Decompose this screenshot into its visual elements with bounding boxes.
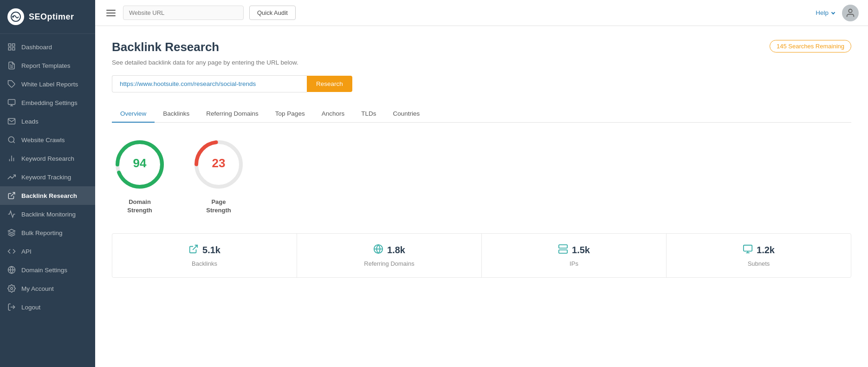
tab-overview[interactable]: Overview <box>112 105 155 123</box>
stat-referring-domains-number: 1.8k <box>387 245 405 256</box>
sidebar: SEOptimer Dashboard Report Templates Whi… <box>0 0 95 367</box>
svg-point-21 <box>11 288 13 290</box>
sidebar-item-report-templates[interactable]: Report Templates <box>0 56 95 75</box>
logo-icon <box>7 8 24 25</box>
code-icon <box>7 247 16 256</box>
tab-top-pages[interactable]: Top Pages <box>267 105 313 123</box>
sidebar-label-bulk-reporting: Bulk Reporting <box>21 229 63 236</box>
stat-backlinks-number: 5.1k <box>202 245 220 256</box>
sidebar-item-domain-settings[interactable]: Domain Settings <box>0 261 95 279</box>
sidebar-item-logout[interactable]: Logout <box>0 298 95 316</box>
hamburger-line-1 <box>106 10 116 11</box>
sidebar-label-logout: Logout <box>21 304 40 311</box>
sidebar-label-embedding-settings: Embedding Settings <box>21 99 78 106</box>
referring-domains-stat-icon <box>373 244 383 256</box>
sidebar-item-dashboard[interactable]: Dashboard <box>0 38 95 56</box>
stat-subnets-number: 1.2k <box>757 245 775 256</box>
sidebar-item-backlink-research[interactable]: Backlink Research <box>0 186 95 205</box>
charts-row: 94 Domain Strength 23 <box>112 137 851 215</box>
sidebar-label-report-templates: Report Templates <box>21 62 71 69</box>
backlinks-stat-icon <box>188 244 199 256</box>
svg-rect-2 <box>8 44 11 46</box>
sidebar-label-white-label-reports: White Label Reports <box>21 81 78 88</box>
external-link-icon <box>7 191 16 200</box>
sidebar-item-white-label-reports[interactable]: White Label Reports <box>0 75 95 93</box>
stats-row: 5.1k Backlinks 1.8k Referring Domains <box>112 233 851 278</box>
research-button[interactable]: Research <box>307 76 352 92</box>
hamburger-line-3 <box>106 15 116 16</box>
stat-backlinks: 5.1k Backlinks <box>112 234 297 277</box>
svg-marker-18 <box>8 229 15 233</box>
svg-rect-5 <box>13 48 15 50</box>
page-strength-label: Page Strength <box>206 198 231 215</box>
monitor-icon <box>7 98 16 107</box>
stat-subnets-value-row: 1.2k <box>743 244 775 256</box>
mail-icon <box>7 117 16 125</box>
trending-up-icon <box>7 173 16 181</box>
sidebar-label-my-account: My Account <box>21 285 54 292</box>
domain-strength-gauge: 94 Domain Strength <box>112 137 168 215</box>
domain-strength-label: Domain Strength <box>127 198 152 215</box>
sidebar-logo[interactable]: SEOptimer <box>0 0 95 34</box>
stat-ips: 1.5k IPs <box>482 234 667 277</box>
hamburger-button[interactable] <box>104 8 117 18</box>
svg-rect-33 <box>559 245 567 248</box>
sidebar-label-backlink-research: Backlink Research <box>21 192 77 199</box>
page-header: Backlink Research 145 Searches Remaining <box>112 40 851 54</box>
searches-remaining-badge[interactable]: 145 Searches Remaining <box>770 40 851 52</box>
sidebar-label-leads: Leads <box>21 118 39 125</box>
sidebar-item-embedding-settings[interactable]: Embedding Settings <box>0 93 95 112</box>
globe-icon <box>7 266 16 274</box>
sidebar-label-api: API <box>21 248 32 255</box>
tab-backlinks[interactable]: Backlinks <box>155 105 198 123</box>
sidebar-item-my-account[interactable]: My Account <box>0 279 95 298</box>
log-out-icon <box>7 303 16 311</box>
stat-backlinks-value-row: 5.1k <box>188 244 220 256</box>
domain-strength-svg: 94 <box>112 137 168 192</box>
research-url-input[interactable] <box>112 75 307 92</box>
quick-audit-button[interactable]: Quick Audit <box>249 6 296 20</box>
website-url-input[interactable] <box>123 6 244 20</box>
file-text-icon <box>7 61 16 70</box>
sidebar-label-backlink-monitoring: Backlink Monitoring <box>21 211 76 218</box>
stat-subnets-label: Subnets <box>748 260 770 267</box>
sidebar-item-keyword-tracking[interactable]: Keyword Tracking <box>0 168 95 186</box>
tab-tlds[interactable]: TLDs <box>353 105 384 123</box>
svg-point-23 <box>849 9 852 12</box>
stat-backlinks-label: Backlinks <box>192 260 217 267</box>
sidebar-label-website-crawls: Website Crawls <box>21 137 65 144</box>
sidebar-item-bulk-reporting[interactable]: Bulk Reporting <box>0 223 95 242</box>
svg-rect-4 <box>8 48 11 50</box>
user-icon <box>845 8 855 18</box>
sidebar-item-leads[interactable]: Leads <box>0 112 95 131</box>
tab-anchors[interactable]: Anchors <box>313 105 353 123</box>
search-icon <box>7 136 16 144</box>
tab-referring-domains[interactable]: Referring Domains <box>198 105 267 123</box>
tag-icon <box>7 80 16 88</box>
sidebar-item-api[interactable]: API <box>0 242 95 261</box>
stat-ips-value-row: 1.5k <box>558 244 590 256</box>
svg-text:94: 94 <box>133 156 147 170</box>
page-strength-svg: 23 <box>191 137 246 192</box>
tabs-row: Overview Backlinks Referring Domains Top… <box>112 105 851 123</box>
help-button[interactable]: Help <box>816 9 835 16</box>
grid-icon <box>7 43 16 51</box>
page-content: Backlink Research 145 Searches Remaining… <box>95 26 868 367</box>
sidebar-nav: Dashboard Report Templates White Label R… <box>0 34 95 367</box>
stat-ips-label: IPs <box>570 260 578 267</box>
topbar-right: Help <box>816 5 859 21</box>
sidebar-item-website-crawls[interactable]: Website Crawls <box>0 131 95 149</box>
layers-icon <box>7 229 16 237</box>
svg-rect-9 <box>8 99 15 105</box>
tab-countries[interactable]: Countries <box>384 105 428 123</box>
main-area: Quick Audit Help Backlink Research 145 S… <box>95 0 868 367</box>
logo-text: SEOptimer <box>29 12 74 22</box>
user-avatar[interactable] <box>842 5 859 21</box>
page-subtitle: See detailed backlink data for any page … <box>112 59 851 66</box>
subnets-stat-icon <box>743 244 753 256</box>
hamburger-line-2 <box>106 13 116 13</box>
sidebar-item-backlink-monitoring[interactable]: Backlink Monitoring <box>0 205 95 223</box>
svg-rect-3 <box>13 44 15 46</box>
sidebar-item-keyword-research[interactable]: Keyword Research <box>0 149 95 168</box>
svg-line-13 <box>13 141 14 143</box>
